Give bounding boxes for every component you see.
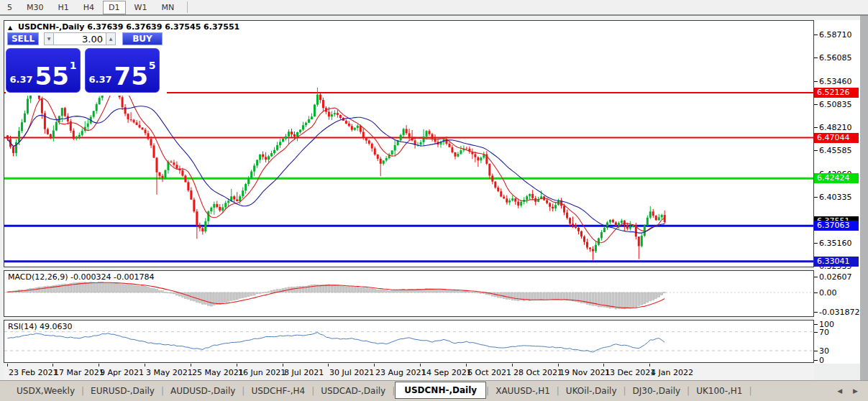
candle-body [302, 125, 304, 129]
candle-body [256, 160, 258, 165]
candle-body [638, 236, 640, 246]
timeframe-mn[interactable]: MN [155, 1, 180, 14]
candle-body [592, 249, 594, 251]
macd-histogram-bar [397, 290, 399, 292]
macd-histogram-bar [357, 287, 359, 292]
candle-body [500, 191, 502, 196]
main-chart-pane[interactable]: ▲ USDCNH-,Daily 6.37639 6.37639 6.37545 … [4, 20, 814, 267]
volume-decrease-button[interactable]: ▼ [44, 32, 54, 45]
timeframe-h1[interactable]: H1 [52, 1, 75, 14]
timeframe-5[interactable]: 5 [1, 1, 18, 14]
date-tick-label: 13 Dec 2021 [605, 368, 655, 377]
macd-histogram-bar [641, 292, 643, 305]
candle-body [291, 132, 293, 134]
macd-histogram-bar [552, 292, 554, 300]
macd-histogram-bar [612, 292, 614, 308]
candle-body [517, 202, 519, 206]
macd-histogram-bar [635, 292, 637, 307]
macd-histogram-bar [644, 292, 646, 304]
date-tick-mark [420, 364, 421, 367]
candle-body [546, 200, 548, 203]
candle-body [334, 113, 336, 114]
candle-body [52, 131, 55, 139]
candle-body [181, 170, 183, 175]
tab-usdcnh-daily[interactable]: USDCNH-,Daily [395, 382, 486, 399]
tab-usdcad-daily[interactable]: USDCAD-,Daily [314, 383, 392, 399]
candle-body [491, 175, 493, 181]
date-tick-mark [191, 364, 191, 367]
date-tick-mark [99, 364, 99, 367]
candle-body [391, 150, 393, 154]
collapse-chart-icon[interactable]: ▲ [8, 24, 12, 31]
candle-body [549, 203, 551, 207]
candle-body [314, 105, 316, 117]
spin-down-icon: ▼ [47, 36, 51, 41]
candle-body [268, 156, 270, 160]
tab-ukoil-daily[interactable]: UKOil-,Daily [559, 383, 623, 399]
macd-histogram-bar [93, 282, 95, 292]
tab-audusd-daily[interactable]: AUDUSD-,Daily [164, 383, 242, 399]
volume-increase-button[interactable]: ▲ [106, 32, 116, 45]
candle-body [224, 203, 227, 207]
macd-histogram-bar [474, 292, 476, 293]
bid-big-digits: 55 [35, 67, 69, 87]
volume-input[interactable] [54, 32, 106, 45]
level-price-label: 6.33041 [814, 257, 859, 267]
timeframe-h4[interactable]: H4 [78, 1, 100, 14]
macd-histogram-bar [158, 290, 160, 292]
candle-body [262, 155, 264, 157]
macd-histogram-bar [124, 285, 127, 292]
tab-scroll-left-icon[interactable]: ◀ [837, 387, 846, 395]
candle-body [93, 111, 95, 116]
macd-histogram-bar [537, 292, 539, 300]
symbol-tab-bar: USDX,Weekly|EURUSD-,Daily|AUDUSD-,Daily|… [0, 380, 868, 401]
candle-body [431, 134, 434, 139]
ask-price-box[interactable]: 6.37 75 5 [85, 48, 160, 93]
macd-histogram-bar [339, 285, 342, 292]
candle-body [273, 150, 275, 153]
tab-eurusd-daily[interactable]: EURUSD-,Daily [84, 383, 161, 399]
candle-body [621, 221, 623, 223]
timeframe-w1[interactable]: W1 [129, 1, 153, 14]
bid-price-box[interactable]: 6.37 55 1 [6, 48, 81, 93]
macd-indicator-pane[interactable]: MACD(12,26,9) -0.000324 -0.001784 [4, 270, 814, 317]
macd-histogram-bar [385, 290, 388, 292]
macd-histogram-bar [164, 292, 166, 292]
candle-body [164, 170, 166, 178]
macd-histogram-bar [233, 292, 235, 300]
timeframe-m30[interactable]: M30 [21, 1, 50, 14]
tab-usdx-weekly[interactable]: USDX,Weekly [10, 383, 81, 399]
candle-body [603, 228, 606, 232]
tab-xauusd-h1[interactable]: XAUUSD-,H1 [489, 383, 557, 399]
rsi-indicator-pane[interactable]: RSI(14) 49.0630 [4, 320, 814, 363]
macd-histogram-bar [256, 292, 258, 294]
sell-button[interactable]: SELL [7, 32, 39, 45]
macd-tick-label: -0.031872 [819, 308, 859, 317]
candle-body [250, 172, 252, 179]
macd-histogram-bar [557, 292, 559, 300]
tab-dj30-daily[interactable]: DJ30-,Daily [626, 383, 687, 399]
macd-histogram-bar [239, 292, 241, 298]
buy-button[interactable]: BUY [122, 32, 163, 45]
tab-usdchf-h4[interactable]: USDCHF-,H4 [245, 383, 311, 399]
candle-body [526, 196, 528, 200]
timeframe-d1[interactable]: D1 [103, 1, 125, 14]
candle-body [21, 122, 23, 131]
macd-tick-label: 0.00 [819, 288, 837, 298]
candle-body [661, 215, 663, 217]
candle-body [136, 122, 138, 125]
macd-histogram-bar [623, 292, 626, 309]
candle-body [293, 134, 296, 137]
date-tick-mark [283, 364, 283, 367]
rsi-chart[interactable] [4, 321, 813, 362]
macd-histogram-bar [334, 285, 336, 292]
macd-histogram-bar [554, 292, 557, 300]
macd-histogram-bar [655, 292, 657, 298]
macd-histogram-bar [325, 285, 327, 292]
date-tick-mark [603, 364, 604, 367]
candle-body [494, 182, 496, 188]
macd-histogram-bar [196, 292, 198, 303]
tab-uk100-h1[interactable]: UK100-,H1 [690, 383, 749, 399]
candle-body [520, 202, 522, 206]
tab-scroll-right-icon[interactable]: ▶ [853, 387, 862, 395]
